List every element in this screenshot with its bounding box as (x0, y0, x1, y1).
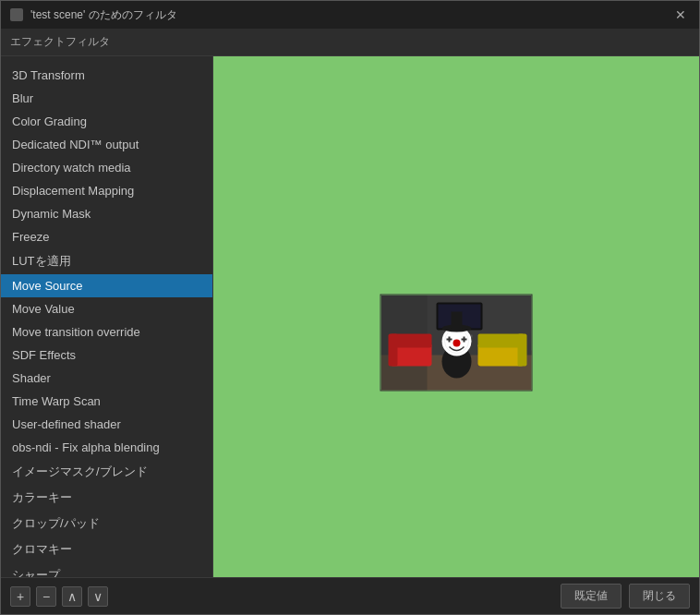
sidebar-item-freeze[interactable]: Freeze (1, 225, 212, 248)
default-button[interactable]: 既定値 (561, 584, 622, 609)
close-window-button[interactable]: ✕ (671, 6, 690, 24)
sidebar-item-displacement-mapping[interactable]: Displacement Mapping (1, 179, 212, 202)
footer: + − ∧ ∨ 既定値 閉じる (1, 577, 699, 614)
sidebar-item-chroma-key[interactable]: クロマキー (1, 537, 212, 562)
move-down-button[interactable]: ∨ (88, 586, 108, 607)
sidebar-item-obs-ndi[interactable]: obs-ndi - Fix alpha blending (1, 436, 212, 459)
sidebar-item-move-source[interactable]: Move Source (1, 274, 212, 297)
sidebar-item-time-warp-scan[interactable]: Time Warp Scan (1, 390, 212, 413)
scene-preview (380, 295, 533, 392)
footer-right: 既定値 閉じる (561, 584, 690, 609)
sidebar-item-move-value[interactable]: Move Value (1, 297, 212, 320)
sidebar-item-color-key[interactable]: カラーキー (1, 485, 212, 511)
section-label: エフェクトフィルタ (1, 29, 699, 56)
sidebar-item-crop-pad[interactable]: クロップ/パッド (1, 511, 212, 537)
sidebar: 3D TransformBlurColor GradingDedicated N… (1, 56, 213, 577)
svg-point-16 (453, 340, 461, 347)
close-button[interactable]: 閉じる (629, 584, 690, 609)
window-title: 'test scene' のためのフィルタ (30, 7, 177, 23)
title-bar: 'test scene' のためのフィルタ ✕ (1, 1, 699, 29)
sidebar-item-lut[interactable]: LUTを適用 (1, 248, 212, 274)
preview-area (213, 56, 699, 577)
sidebar-item-color-grading[interactable]: Color Grading (1, 110, 212, 133)
sidebar-item-directory-watch[interactable]: Directory watch media (1, 156, 212, 179)
window-icon (10, 8, 23, 21)
sidebar-item-shader[interactable]: Shader (1, 367, 212, 390)
sidebar-item-dynamic-mask[interactable]: Dynamic Mask (1, 202, 212, 225)
svg-rect-7 (478, 334, 525, 348)
sidebar-item-3d-transform[interactable]: 3D Transform (1, 64, 212, 87)
sidebar-item-image-mask[interactable]: イメージマスク/ブレンド (1, 459, 212, 485)
sidebar-item-sdf-effects[interactable]: SDF Effects (1, 344, 212, 367)
main-window: 'test scene' のためのフィルタ ✕ エフェクトフィルタ 3D Tra… (0, 0, 700, 615)
svg-rect-22 (452, 312, 463, 329)
sidebar-item-blur[interactable]: Blur (1, 87, 212, 110)
sidebar-item-sharpen[interactable]: シャープ (1, 562, 212, 577)
sidebar-item-dedicated-ndi[interactable]: Dedicated NDI™ output (1, 133, 212, 156)
remove-filter-button[interactable]: − (36, 586, 56, 607)
svg-rect-8 (518, 334, 527, 367)
sidebar-item-move-transition[interactable]: Move transition override (1, 320, 212, 344)
move-up-button[interactable]: ∧ (62, 586, 82, 607)
main-content: 3D TransformBlurColor GradingDedicated N… (1, 56, 699, 577)
title-bar-left: 'test scene' のためのフィルタ (10, 7, 177, 23)
svg-rect-5 (389, 334, 398, 367)
add-filter-button[interactable]: + (10, 586, 30, 607)
footer-left: + − ∧ ∨ (10, 586, 108, 607)
sidebar-item-user-defined-shader[interactable]: User-defined shader (1, 413, 212, 436)
